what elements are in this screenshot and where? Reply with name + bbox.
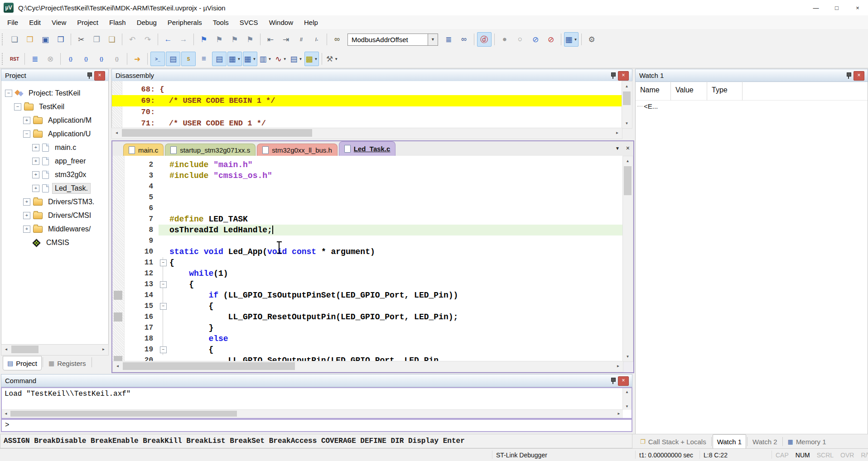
scroll-left-button[interactable]: ◄ — [2, 410, 10, 418]
bookmark-next-button[interactable]: ⚑ — [227, 32, 242, 47]
pin-icon[interactable] — [610, 72, 616, 79]
tree-item-app-freer[interactable]: +app_freer — [1, 154, 108, 168]
disassembly-current-line[interactable]: 69: /* USER CODE BEGIN 1 */ — [112, 95, 622, 106]
registers-window-button[interactable]: ≡ — [197, 52, 211, 66]
vertical-scrollbar[interactable]: ▲ ▼ — [622, 156, 633, 362]
code-line-3[interactable]: 3#include "cmsis_os.h" — [112, 170, 623, 181]
docked-tab-watch-2[interactable]: Watch 2 — [748, 435, 781, 448]
watch-column-name[interactable]: Name — [636, 82, 671, 101]
incremental-find-button[interactable]: ≣ — [441, 32, 456, 47]
fold-collapse-icon[interactable]: − — [160, 259, 167, 266]
chevron-down-icon[interactable]: ▼ — [334, 57, 338, 61]
close-icon[interactable]: × — [854, 71, 864, 81]
disassembly-line[interactable]: 70: — [112, 106, 622, 118]
unindent-button[interactable]: ⇤ — [263, 32, 278, 47]
fold-collapse-icon[interactable]: − — [160, 303, 167, 310]
watch-column-value[interactable]: Value — [671, 82, 707, 101]
command-output[interactable]: Load "TestKeil\\TestKeil.axf" ▲ ▼ ◄ ► — [1, 387, 632, 419]
tree-item-testkeil[interactable]: −TestKeil — [1, 100, 108, 114]
scroll-down-button[interactable]: ▼ — [623, 403, 631, 410]
code-line-2[interactable]: 2#include "main.h" — [112, 159, 623, 170]
horizontal-scrollbar[interactable]: ◄ ► — [2, 409, 623, 418]
tab-list-dropdown-icon[interactable]: ▼ — [615, 146, 620, 151]
close-icon[interactable]: × — [618, 71, 629, 81]
show-next-statement-button[interactable]: ≣ — [28, 52, 42, 66]
stop-button[interactable]: ⊗ — [43, 52, 58, 66]
menu-item-edit[interactable]: Edit — [24, 15, 46, 29]
step-over-button[interactable]: {} — [79, 52, 93, 66]
modbus-combo[interactable]: ModbusAddrOffset▼ — [347, 34, 438, 46]
horizontal-scrollbar[interactable]: ◄ ► — [111, 128, 622, 139]
scrollbar-thumb[interactable] — [624, 166, 632, 195]
docked-tab-call-stack-locals[interactable]: ❐Call Stack + Locals — [636, 435, 710, 448]
code-line-5[interactable]: 5 — [112, 192, 623, 203]
maximize-button[interactable]: □ — [826, 0, 847, 15]
expand-icon[interactable]: + — [32, 171, 39, 178]
close-button[interactable]: × — [847, 0, 868, 15]
chevron-down-icon[interactable]: ▼ — [428, 34, 438, 46]
vertical-scrollbar[interactable]: ▲ ▼ — [622, 81, 632, 129]
scroll-right-button[interactable]: ► — [615, 410, 623, 418]
editor-tab-stm32g0xx-ll-bus-h[interactable]: stm32g0xx_ll_bus.h — [257, 144, 338, 156]
scrollbar-thumb[interactable] — [122, 129, 312, 137]
step-button[interactable]: {} — [63, 52, 78, 66]
combo-value[interactable]: ModbusAddrOffset — [347, 34, 428, 46]
serial-window-button[interactable]: ▥▼ — [258, 52, 273, 66]
scrollbar-thumb[interactable] — [10, 411, 237, 417]
code-editor[interactable]: 2#include "main.h"3#include "cmsis_os.h"… — [112, 156, 623, 362]
docked-tab-watch-1[interactable]: Watch 1 — [713, 434, 746, 449]
chevron-down-icon[interactable]: ▼ — [237, 57, 241, 61]
pin-icon[interactable] — [610, 378, 616, 384]
configure-button[interactable]: ⚙ — [584, 32, 599, 47]
collapse-icon[interactable]: − — [14, 103, 21, 110]
tree-item-stm32g0x[interactable]: +stm32g0x — [1, 168, 108, 182]
tree-item-drivers-stm3-[interactable]: +Drivers/STM3. — [1, 195, 108, 209]
horizontal-scrollbar[interactable]: ◄ ► — [112, 361, 623, 372]
reset-button[interactable]: RST — [7, 52, 22, 66]
save-button[interactable]: ▣ — [38, 32, 53, 47]
toolbox-button[interactable]: ⚒▼ — [325, 52, 339, 66]
tree-item-application-m[interactable]: +Application/M — [1, 114, 108, 127]
watch-expression-placeholder[interactable]: <E... — [644, 102, 658, 110]
editor-tab-main-c[interactable]: main.c — [123, 144, 164, 156]
new-file-button[interactable]: ❏ — [7, 32, 22, 47]
scroll-right-button[interactable]: ► — [613, 361, 623, 371]
navigate-forward-button[interactable]: → — [176, 32, 191, 47]
disassembly-window-button[interactable]: ▤ — [166, 52, 180, 66]
undo-button[interactable]: ↶ — [125, 32, 140, 47]
cut-button[interactable]: ✂ — [74, 32, 88, 47]
minimize-button[interactable]: — — [805, 0, 826, 15]
command-window-button[interactable]: >_ — [150, 52, 165, 66]
uncomment-button[interactable]: /- — [309, 32, 324, 47]
scroll-left-button[interactable]: ◄ — [1, 345, 11, 354]
scroll-right-button[interactable]: ► — [99, 345, 108, 354]
expand-icon[interactable]: + — [32, 144, 39, 151]
expand-icon[interactable]: + — [32, 158, 39, 165]
bookmark-prev-button[interactable]: ⚑ — [212, 32, 227, 47]
insert-breakpoint-button[interactable]: ● — [497, 32, 512, 47]
code-line-14[interactable]: 14 if (LL_GPIO_IsOutputPinSet(LED_GPIO_P… — [112, 290, 623, 301]
pin-icon[interactable] — [87, 72, 92, 79]
symbols-window-button[interactable]: S — [181, 52, 196, 66]
find-in-files-button[interactable]: ∞ — [330, 32, 344, 47]
code-line-6[interactable]: 6 — [112, 203, 623, 214]
trace-window-button[interactable]: ▤▼ — [289, 52, 304, 66]
tree-item-led-task-[interactable]: +Led_Task. — [1, 182, 108, 195]
horizontal-scrollbar[interactable]: ◄ ► — [1, 344, 109, 355]
close-icon[interactable]: × — [618, 376, 629, 386]
chevron-down-icon[interactable]: ▼ — [299, 57, 303, 61]
watch-window-button[interactable]: ▦▼ — [227, 52, 242, 66]
save-all-button[interactable]: ❒ — [53, 32, 68, 47]
menu-item-window[interactable]: Window — [264, 15, 299, 29]
code-line-11[interactable]: 11−{ — [112, 257, 623, 268]
system-viewer-button[interactable]: ▩▼ — [304, 52, 319, 66]
collapse-icon[interactable]: − — [5, 90, 12, 97]
editor-tab-startup-stm32g071xx-s[interactable]: startup_stm32g071xx.s — [165, 144, 256, 156]
tree-item-application-u[interactable]: −Application/U — [1, 127, 108, 141]
run-to-line-button[interactable]: {} — [110, 52, 124, 66]
open-file-button[interactable]: ❒ — [23, 32, 37, 47]
disassembly-line[interactable]: 71: /* USER CODE END 1 */ — [112, 118, 622, 129]
call-stack-window-button[interactable]: ▤ — [212, 52, 227, 66]
command-prompt[interactable]: > — [1, 419, 632, 432]
panel-tab-registers[interactable]: ▦Registers — [44, 356, 91, 370]
